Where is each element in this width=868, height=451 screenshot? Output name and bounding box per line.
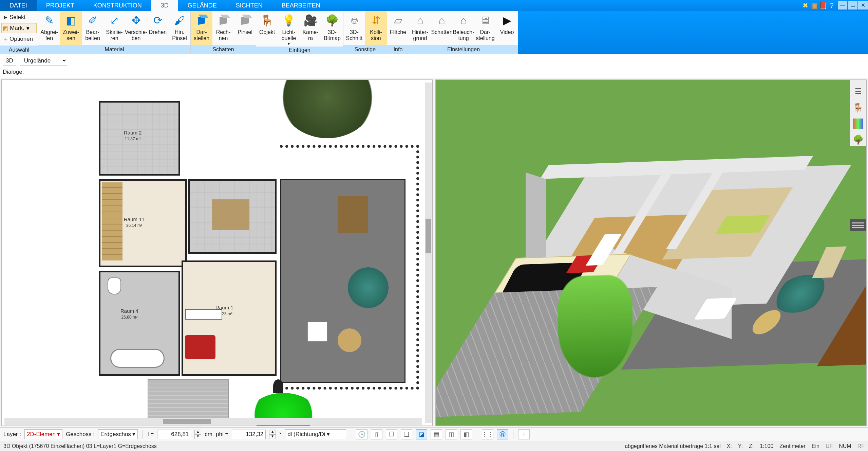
- tab-sichten[interactable]: SICHTEN: [226, 0, 272, 11]
- bathtub-plan-icon: [110, 349, 165, 368]
- grid-lines-icon[interactable]: ▦: [431, 429, 442, 439]
- grid-dots-icon[interactable]: ⋮⋮: [482, 429, 493, 439]
- compass-n-icon[interactable]: Ⓝ: [497, 429, 508, 439]
- window-split-icon[interactable]: ▯: [371, 429, 382, 439]
- scroll-thumb[interactable]: [163, 419, 211, 424]
- darstellen-button[interactable]: Dar- stellen: [191, 11, 212, 45]
- clock-icon[interactable]: 🕒: [356, 429, 367, 439]
- hinpinsel-button[interactable]: 🖌Hin. Pinsel: [169, 11, 190, 45]
- terrain-select[interactable]: Urgelände: [20, 56, 67, 66]
- tab-bearbeiten[interactable]: BEARBEITEN: [272, 0, 330, 11]
- arrow-down-icon[interactable]: ▼: [194, 434, 201, 439]
- lichtquelle-button[interactable]: 💡Licht- quelle▾: [278, 11, 300, 47]
- chair-icon: 🪑: [259, 13, 275, 28]
- scroll-thumb[interactable]: [426, 219, 431, 253]
- stop-render-icon[interactable]: ✖: [801, 2, 809, 9]
- help-icon[interactable]: ?: [828, 2, 835, 9]
- drehen-button[interactable]: ⟳Drehen: [147, 11, 169, 45]
- arrow-down-icon[interactable]: ▼: [269, 434, 276, 439]
- group-schatten: Dar- stellen Rech- nen Pinsel Schatten: [191, 11, 256, 54]
- l-input[interactable]: 628,81: [157, 430, 191, 439]
- house-3d: [476, 118, 836, 351]
- 3d-schnitt-button[interactable]: ⎊3D- Schnitt: [343, 11, 365, 45]
- geschoss-dropdown[interactable]: Erdgeschos▾: [98, 429, 138, 439]
- status-bar: 3D Objekt (175670 Einzelflächen) 03 L=La…: [0, 441, 868, 451]
- kollision-button[interactable]: ⇵Kolli- sion: [365, 11, 387, 45]
- person-plan-icon: [273, 379, 283, 393]
- assign-icon: ◧: [63, 13, 79, 28]
- bearbeiten-button[interactable]: ✐Bear- beiten: [82, 11, 103, 45]
- darstellung-button[interactable]: 🖥Dar- stellung: [474, 11, 496, 45]
- view-2d[interactable]: Raum 2 11,87 m² Raum 11 36,14 m² Raum 3 …: [1, 79, 433, 426]
- scale-icon: ⤢: [107, 13, 122, 28]
- phi-spinner[interactable]: ▲▼: [269, 430, 276, 439]
- dialoge-label: Dialoge:: [3, 69, 24, 75]
- furniture-icon[interactable]: 🪑: [852, 102, 864, 114]
- tab-projekt[interactable]: PROJEKT: [37, 0, 84, 11]
- snap-surface-icon[interactable]: ◧: [460, 429, 472, 439]
- abgreifen-button[interactable]: ✎Abgrei- fen: [38, 11, 60, 45]
- verschieben-button[interactable]: ✥Verschie- ben: [125, 11, 147, 45]
- label: Dar- stellung: [476, 29, 494, 42]
- layers-icon[interactable]: ≣: [852, 85, 864, 97]
- stack-icon[interactable]: ❐: [386, 429, 397, 439]
- tab-gelaende[interactable]: GELÄNDE: [178, 0, 226, 11]
- close-button[interactable]: ✕: [858, 1, 868, 10]
- hintergrund-button[interactable]: ⌂Hinter- grund: [409, 11, 431, 45]
- toilet-plan-icon: [108, 277, 121, 294]
- optionen-button[interactable]: ＋ Optionen: [1, 34, 37, 44]
- scrollbar-horizontal[interactable]: [4, 418, 422, 425]
- area-icon: ▱: [390, 13, 406, 28]
- 3d-bitmap-button[interactable]: 🌳3D- Bitmap: [321, 11, 343, 47]
- scrollbar-vertical[interactable]: [425, 83, 432, 423]
- label: Kame- ra: [302, 29, 318, 42]
- chevron-down-icon: ▾: [327, 431, 330, 438]
- package-icon[interactable]: ▣: [810, 2, 818, 9]
- label: Rech- nen: [216, 29, 231, 42]
- edit-material-icon: ✐: [85, 13, 100, 28]
- snap-icon[interactable]: ◫: [446, 429, 457, 439]
- layers-toggle-icon[interactable]: ❏: [401, 429, 412, 439]
- status-x: X:: [727, 443, 732, 449]
- info-icon[interactable]: i: [518, 429, 530, 439]
- l-spinner[interactable]: ▲▼: [194, 430, 201, 439]
- label: 3D- Bitmap: [324, 29, 341, 42]
- beleuchtung-button[interactable]: ⌂Beleuch- tung: [453, 11, 474, 45]
- schatten-setting-button[interactable]: ⌂Schatten: [431, 11, 453, 45]
- status-y: Y:: [738, 443, 743, 449]
- maximize-button[interactable]: ▭: [848, 1, 857, 10]
- palette-drag-handle[interactable]: [850, 219, 866, 231]
- objekt-button[interactable]: 🪑Objekt: [256, 11, 278, 47]
- label: Dar- stellen: [194, 29, 209, 42]
- tab-konstruktion[interactable]: KONSTRUKTION: [84, 0, 151, 11]
- dl-dropdown[interactable]: dl (Richtung/Di▾: [285, 429, 346, 439]
- zuweisen-button[interactable]: ◧Zuwei- sen: [60, 11, 82, 45]
- mark-button[interactable]: ◩ Mark.: [1, 23, 37, 33]
- sofa-plan-icon: [185, 335, 215, 359]
- kamera-button[interactable]: 🎥Kame- ra: [300, 11, 321, 47]
- materials-icon[interactable]: [853, 119, 863, 129]
- house-light-icon: ⌂: [456, 13, 471, 28]
- rechnen-button[interactable]: Rech- nen: [212, 11, 234, 45]
- render-shadow-icon: [194, 13, 209, 28]
- minimize-button[interactable]: —: [838, 1, 847, 10]
- arrow-up-icon[interactable]: ▲: [269, 430, 276, 434]
- book-icon[interactable]: 📕: [819, 2, 827, 9]
- skalieren-button[interactable]: ⤢Skalie- ren: [103, 11, 125, 45]
- group-auswahl: ➤ Selekt ◩ Mark. ＋ Optionen Auswahl: [0, 11, 38, 54]
- tab-3d[interactable]: 3D: [151, 0, 178, 11]
- video-button[interactable]: ▶Video: [496, 11, 518, 45]
- label: Licht- quelle: [282, 29, 296, 42]
- selekt-button[interactable]: ➤ Selekt: [1, 12, 37, 22]
- plants-icon[interactable]: 🌳: [852, 133, 864, 146]
- monitor-icon: 🖥: [477, 13, 493, 28]
- pinsel-button[interactable]: Pinsel: [234, 11, 256, 45]
- phi-input[interactable]: 132,32: [232, 430, 266, 439]
- layer-dropdown[interactable]: 2D-Elemen▾: [24, 429, 62, 439]
- arrow-up-icon[interactable]: ▲: [194, 430, 201, 434]
- tab-datei[interactable]: DATEI: [0, 0, 37, 11]
- view-3d[interactable]: ≣ 🪑 🌳: [435, 79, 867, 426]
- flaeche-button[interactable]: ▱Fläche: [387, 11, 409, 45]
- label: Selekt: [10, 14, 25, 21]
- north-icon[interactable]: ◪: [416, 429, 427, 439]
